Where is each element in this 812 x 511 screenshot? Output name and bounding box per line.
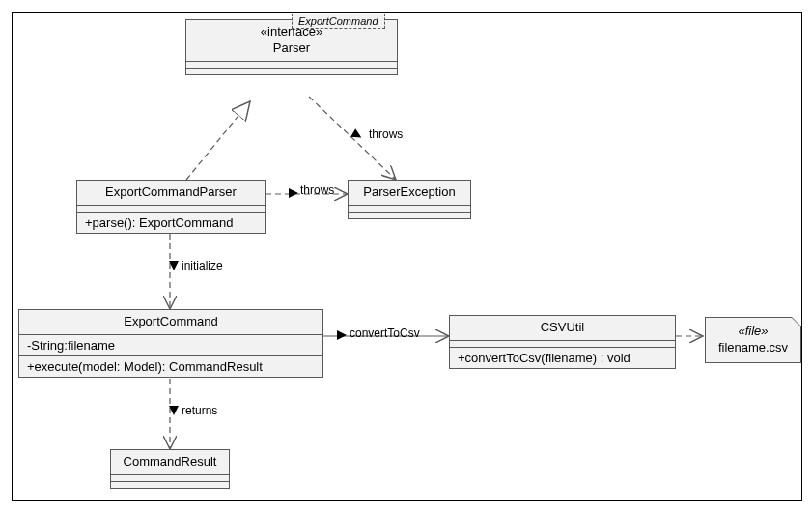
- pe-op-empty: [349, 213, 470, 218]
- file-name: filename.csv: [718, 340, 788, 355]
- csv-attr-empty: [450, 341, 675, 348]
- csv-title: CSVUtil: [450, 316, 675, 341]
- class-parser-exception: ParserException: [348, 180, 471, 219]
- class-command-result: CommandResult: [110, 449, 230, 489]
- ecp-op: +parse(): ExportCommand: [77, 213, 265, 233]
- ec-title: ExportCommand: [19, 310, 322, 335]
- file-stereotype: «file»: [738, 324, 768, 338]
- pe-title: ParserException: [349, 181, 470, 206]
- csv-op: +convertToCsv(filename) : void: [450, 348, 675, 368]
- file-note: «file» filename.csv: [705, 317, 801, 363]
- class-csv-util: CSVUtil +convertToCsv(filename) : void: [449, 315, 676, 369]
- ec-op: +execute(model: Model): CommandResult: [19, 356, 322, 377]
- ecp-attr-empty: [77, 206, 265, 213]
- label-convert: convertToCsv: [350, 326, 420, 340]
- label-throws-1: throws: [369, 128, 403, 141]
- class-export-command: ExportCommand -String:filename +execute(…: [18, 309, 323, 378]
- cr-op-empty: [111, 482, 229, 488]
- label-returns: returns: [182, 404, 217, 417]
- note-fold-fg: [792, 318, 800, 326]
- ec-attr: -String:filename: [19, 335, 322, 356]
- parser-generic: ExportCommand: [298, 15, 378, 27]
- parser-generic-tab: ExportCommand: [292, 14, 385, 29]
- diagram-frame: [12, 12, 802, 501]
- class-export-command-parser: ExportCommandParser +parse(): ExportComm…: [76, 180, 266, 234]
- label-initialize: initialize: [182, 259, 223, 272]
- cr-attr-empty: [111, 475, 229, 482]
- parser-name: Parser: [273, 41, 310, 55]
- parser-op-empty: [186, 69, 397, 74]
- parser-attr-empty: [186, 62, 397, 69]
- pe-attr-empty: [349, 206, 470, 213]
- ecp-title: ExportCommandParser: [77, 181, 265, 206]
- cr-title: CommandResult: [111, 450, 229, 475]
- label-throws-2: throws: [300, 184, 334, 197]
